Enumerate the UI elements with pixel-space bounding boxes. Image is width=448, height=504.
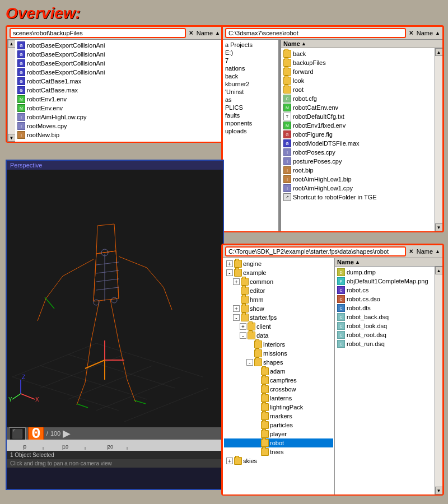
tree-item-client[interactable]: + client bbox=[224, 322, 333, 331]
skies-toggle[interactable]: + bbox=[226, 458, 233, 464]
list-item[interactable]: I robotPoses.cpy bbox=[282, 148, 433, 157]
list-item[interactable]: mponents bbox=[224, 119, 277, 127]
list-item[interactable]: root bbox=[282, 85, 433, 94]
tree-item-particles[interactable]: particles bbox=[224, 421, 333, 430]
tree-item-lightingpack[interactable]: lightingPack bbox=[224, 403, 333, 412]
tree-item-shapes[interactable]: - shapes bbox=[224, 358, 333, 367]
backup-close-button[interactable]: × bbox=[188, 29, 194, 37]
torque-scrollbar[interactable]: ▲ ▼ bbox=[435, 267, 442, 494]
tree-item-skies[interactable]: + skies bbox=[224, 456, 333, 465]
list-item[interactable]: backupFiles bbox=[282, 58, 433, 67]
list-item[interactable]: I robotAimHighLow.cpy bbox=[16, 113, 221, 122]
list-item[interactable]: I rootMoves.cpy bbox=[16, 122, 221, 130]
list-item[interactable]: 'Uninst bbox=[224, 88, 277, 96]
tree-item-show[interactable]: + show bbox=[224, 304, 333, 313]
tree-item-adam[interactable]: adam bbox=[224, 367, 333, 376]
backup-scrollbar[interactable]: ▲ ▼ bbox=[7, 40, 15, 142]
file-name: robotEnv1fixed.env bbox=[293, 122, 346, 129]
play-button[interactable]: ▶ bbox=[63, 427, 71, 440]
show-toggle[interactable]: + bbox=[233, 305, 240, 312]
list-item[interactable]: C robot.cs.dso bbox=[336, 295, 433, 304]
list-item[interactable]: P objDefault1CompleteMap.png bbox=[336, 277, 433, 286]
list-item[interactable]: C robot.dts bbox=[336, 304, 433, 312]
list-item[interactable]: I root.bip bbox=[282, 166, 433, 175]
engine-toggle[interactable]: + bbox=[226, 260, 233, 267]
viewport-canvas[interactable]: Z X Y bbox=[7, 170, 223, 427]
list-item[interactable]: T robotDefaultCfg.txt bbox=[282, 112, 433, 121]
list-item[interactable]: D dump.dmp bbox=[336, 268, 433, 277]
list-item[interactable]: back bbox=[282, 49, 433, 58]
3dsmax-path: C:\3dsmax7\scenes\robot bbox=[225, 28, 406, 38]
tree-item-robot[interactable]: robot bbox=[224, 438, 333, 447]
starterfps-toggle[interactable]: - bbox=[233, 314, 240, 321]
tree-item-markers[interactable]: markers bbox=[224, 412, 333, 421]
list-item[interactable]: E:) bbox=[224, 49, 277, 57]
list-item[interactable]: kburner2 bbox=[224, 80, 277, 88]
data-toggle[interactable]: - bbox=[240, 332, 246, 339]
list-item[interactable]: M robotEnv1.env bbox=[16, 95, 221, 104]
list-item[interactable]: G robotBaseExportCollisionAni bbox=[16, 50, 221, 59]
list-item[interactable]: back bbox=[224, 72, 277, 80]
list-item[interactable]: C robot_back.dsq bbox=[336, 312, 433, 321]
list-item[interactable]: M robotEnv.env bbox=[16, 104, 221, 113]
list-item[interactable]: nations bbox=[224, 64, 277, 72]
list-item[interactable]: I rootAimHighLow1.bip bbox=[282, 175, 433, 184]
list-item[interactable]: M robotCatEnv.env bbox=[282, 103, 433, 112]
list-item[interactable]: G robotModelDTSFile.max bbox=[282, 139, 433, 148]
tree-item-editor[interactable]: editor bbox=[224, 286, 333, 295]
list-item[interactable]: a Projects bbox=[224, 41, 277, 49]
tree-item-hmm[interactable]: hmm bbox=[224, 295, 333, 304]
common-toggle[interactable]: + bbox=[233, 278, 240, 285]
tree-item-common[interactable]: + common bbox=[224, 277, 333, 286]
list-item[interactable]: C robot_run.dsq bbox=[336, 339, 433, 348]
list-item[interactable]: C robot_look.dsq bbox=[336, 321, 433, 330]
torque-close-button[interactable]: × bbox=[408, 248, 414, 255]
tree-item-campfires[interactable]: campfires bbox=[224, 376, 333, 385]
tree-item-interiors[interactable]: interiors bbox=[224, 340, 333, 349]
dso-icon: C bbox=[337, 295, 345, 303]
tree-item-data[interactable]: - data bbox=[224, 331, 333, 340]
3dsmax-scrollbar[interactable]: ▲ ▼ bbox=[435, 48, 442, 231]
list-item[interactable]: I posturePoses.cpy bbox=[282, 157, 433, 166]
list-item[interactable]: M robotEnv1fixed.env bbox=[282, 121, 433, 130]
list-item[interactable]: as bbox=[224, 96, 277, 104]
3dsmax-scroll-up[interactable]: ▲ bbox=[435, 48, 443, 56]
3dsmax-scroll-down[interactable]: ▼ bbox=[435, 223, 443, 231]
list-item[interactable]: G robotBaseExportCollisionAni bbox=[16, 68, 221, 77]
list-item[interactable]: PLICS bbox=[224, 104, 277, 111]
list-item[interactable]: G robotCatBase1.max bbox=[16, 77, 221, 86]
list-item[interactable]: faults bbox=[224, 111, 277, 119]
list-item[interactable]: G robotBaseExportCollisionAni bbox=[16, 41, 221, 50]
list-item[interactable]: I rootNew.bip bbox=[16, 130, 221, 139]
torque-scroll-up[interactable]: ▲ bbox=[435, 267, 443, 274]
3dsmax-close-button[interactable]: × bbox=[408, 29, 414, 37]
list-item[interactable]: uploads bbox=[224, 127, 277, 135]
backup-scroll-up[interactable]: ▲ bbox=[8, 40, 16, 48]
shapes-toggle[interactable]: - bbox=[246, 359, 253, 366]
example-toggle[interactable]: - bbox=[226, 269, 233, 276]
list-item[interactable]: ↗ Shortcut to robotFolder in TGE bbox=[282, 193, 433, 202]
list-item[interactable]: I rootAimHighLow1.cpy bbox=[282, 184, 433, 193]
tree-item-example[interactable]: - example bbox=[224, 268, 333, 277]
tree-item-missions[interactable]: missions bbox=[224, 349, 333, 358]
list-item[interactable]: C robot.cfg bbox=[282, 94, 433, 103]
backup-scroll-down[interactable]: ▼ bbox=[8, 134, 16, 142]
tree-item-starterfps[interactable]: - starter.fps bbox=[224, 313, 333, 322]
list-item[interactable]: G robotFigure.fig bbox=[282, 130, 433, 139]
list-item[interactable]: C robot_root.dsq bbox=[336, 330, 433, 339]
tree-item-crossbow[interactable]: crossbow bbox=[224, 385, 333, 394]
list-item[interactable]: look bbox=[282, 76, 433, 85]
list-item[interactable]: G robotCatBase.max bbox=[16, 86, 221, 95]
list-item[interactable]: C robot.cs bbox=[336, 286, 433, 295]
client-toggle[interactable]: + bbox=[240, 323, 246, 330]
list-item[interactable]: forward bbox=[282, 67, 433, 76]
list-item[interactable]: G robotBaseExportCollisionAni bbox=[16, 59, 221, 68]
tree-item-player[interactable]: player bbox=[224, 430, 333, 438]
list-item[interactable]: 7 bbox=[224, 57, 277, 64]
tree-item-trees[interactable]: trees bbox=[224, 447, 333, 456]
tree-item-lanterns[interactable]: lanterns bbox=[224, 394, 333, 403]
folder-icon bbox=[241, 287, 249, 295]
torque-scroll-down[interactable]: ▼ bbox=[435, 487, 443, 494]
tree-item-engine[interactable]: + engine bbox=[224, 259, 333, 268]
file-name: robotBaseExportCollisionAni bbox=[27, 51, 105, 58]
